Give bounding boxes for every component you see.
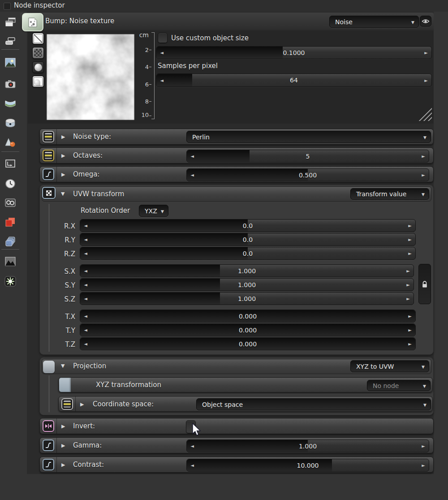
value-bar-icon[interactable] — [43, 131, 54, 142]
sz-slider[interactable]: ◄ 1.000 ► — [80, 292, 414, 305]
slider-inc-arrow[interactable]: ► — [418, 150, 429, 162]
tree-connector — [49, 204, 49, 352]
expander-triangle[interactable]: ▶ — [61, 423, 65, 429]
rz-slider[interactable]: ◄ 0.0 ► — [80, 247, 416, 260]
omega-slider[interactable]: ◄ 0.500 ► — [186, 168, 429, 181]
projection-mode-dropdown[interactable]: XYZ to UVW ▼ — [350, 360, 429, 372]
node-type-dropdown[interactable]: Noise ▼ — [329, 16, 419, 28]
xyz-node-tab[interactable] — [59, 378, 71, 392]
sy-value: 1.000 — [80, 281, 414, 289]
rotation-order-dropdown[interactable]: YXZ ▼ — [139, 205, 168, 217]
uvw-transform-icon[interactable] — [42, 187, 56, 199]
titlebar[interactable]: Node inspector — [0, 0, 448, 12]
red-cube-icon[interactable] — [3, 216, 17, 228]
slider-inc-arrow[interactable]: ► — [405, 324, 415, 336]
ty-slider[interactable]: ◄ 0.000 ► — [80, 323, 416, 336]
layer-stack-icon[interactable] — [3, 235, 17, 248]
geometry-icon[interactable] — [3, 136, 17, 149]
procedural-gears-icon[interactable] — [3, 197, 17, 209]
slider-inc-arrow[interactable]: ► — [403, 265, 414, 277]
sy-slider[interactable]: ◄ 1.000 ► — [80, 278, 414, 291]
expander-triangle[interactable]: ▶ — [61, 462, 65, 468]
expander-triangle[interactable]: ▶ — [61, 172, 65, 177]
gamma-label: Gamma: — [73, 441, 102, 449]
scale-lock-button[interactable] — [418, 264, 431, 304]
ry-slider[interactable]: ◄ 0.0 ► — [80, 233, 416, 246]
sx-slider[interactable]: ◄ 1.000 ► — [80, 264, 414, 277]
rx-slider[interactable]: ◄ 0.0 ► — [80, 219, 416, 232]
cascade-windows-icon[interactable] — [3, 16, 17, 29]
cylinder-texture-icon[interactable] — [3, 117, 17, 129]
slider-inc-arrow[interactable]: ► — [421, 74, 431, 86]
gamma-slider[interactable]: ◄ 1.000 ► — [186, 440, 429, 453]
curve-icon[interactable] — [43, 459, 54, 470]
preview-flat-button[interactable] — [32, 33, 44, 44]
octaves-slider[interactable]: ◄ 5 ► — [186, 150, 429, 163]
contrast-slider[interactable]: ◄ 10.000 ► — [186, 459, 429, 472]
coordinate-space-label: Coordinate space: — [93, 400, 154, 408]
tree-connector — [49, 375, 49, 412]
preview-checker-button[interactable] — [32, 47, 44, 59]
object-size-slider[interactable]: ◄ 0.1000 ► — [156, 46, 432, 59]
tz-slider[interactable]: ◄ 0.000 ► — [80, 337, 416, 350]
noise-type-dropdown[interactable]: Perlin ▼ — [186, 131, 431, 143]
chevron-down-icon: ▼ — [422, 192, 425, 197]
omega-label: Omega: — [73, 170, 99, 178]
camera-icon[interactable] — [3, 78, 17, 91]
expander-triangle[interactable]: ▶ — [80, 401, 84, 407]
node-type-value: Noise — [335, 18, 353, 26]
node-inspector-window: Node inspector — [0, 0, 448, 500]
projection-mode-value: XYZ to UVW — [356, 363, 394, 370]
clock-icon[interactable] — [3, 177, 17, 190]
use-custom-object-size-checkbox[interactable] — [158, 33, 168, 43]
curve-icon[interactable] — [43, 168, 54, 180]
slider-inc-arrow[interactable]: ► — [418, 440, 429, 452]
visibility-eye-button[interactable] — [420, 16, 431, 26]
slider-inc-arrow[interactable]: ► — [405, 233, 415, 246]
texture-node-icon[interactable] — [22, 13, 43, 31]
samples-per-pixel-slider[interactable]: ◄ 64 ► — [156, 73, 432, 87]
ty-label: T.Y — [54, 327, 75, 335]
dark-image-icon[interactable] — [3, 255, 17, 268]
flat-stack-icon[interactable] — [3, 35, 17, 47]
slider-inc-arrow[interactable]: ► — [405, 220, 415, 232]
expander-triangle[interactable]: ▶ — [61, 134, 65, 140]
contrast-label: Contrast: — [73, 461, 104, 469]
slider-inc-arrow[interactable]: ► — [405, 247, 415, 259]
chevron-down-icon: ▼ — [161, 209, 164, 214]
value-bar-icon[interactable] — [61, 398, 73, 410]
slider-inc-arrow[interactable]: ► — [405, 338, 415, 350]
slider-inc-arrow[interactable]: ► — [418, 459, 429, 471]
curve-icon[interactable] — [43, 440, 54, 451]
dimensions-icon[interactable] — [3, 158, 17, 170]
value-bar-icon[interactable] — [43, 150, 54, 161]
expander-triangle[interactable]: ▶ — [61, 153, 65, 159]
slider-inc-arrow[interactable]: ► — [421, 47, 431, 59]
expander-triangle[interactable]: ▶ — [61, 443, 65, 448]
toolbar-divider — [1, 249, 19, 250]
dock-icon[interactable] — [4, 3, 11, 10]
coordinate-space-dropdown[interactable]: Object space ▼ — [196, 398, 431, 410]
slider-inc-arrow[interactable]: ► — [405, 310, 415, 322]
mouse-cursor — [192, 423, 203, 438]
preview-sphere-button[interactable] — [32, 61, 44, 73]
rx-value: 0.0 — [80, 222, 415, 229]
invert-arrows-icon[interactable] — [43, 420, 54, 432]
starburst-icon[interactable] — [3, 275, 17, 288]
slider-inc-arrow[interactable]: ► — [418, 169, 429, 181]
image-icon[interactable] — [3, 56, 17, 69]
transform-mode-dropdown[interactable]: Transform value ▼ — [350, 188, 429, 200]
panorama-strip-icon[interactable] — [3, 98, 17, 110]
ry-value: 0.0 — [80, 236, 415, 243]
collapse-triangle[interactable]: ▼ — [61, 191, 65, 197]
sphere-in-box-icon — [34, 77, 43, 86]
preview-sphere-box-button[interactable] — [32, 76, 44, 87]
xyz-transformation-dropdown[interactable]: No node ▼ — [367, 380, 431, 391]
tx-slider[interactable]: ◄ 0.000 ► — [80, 310, 416, 323]
slider-inc-arrow[interactable]: ► — [403, 293, 414, 305]
gamma-value: 1.000 — [187, 443, 429, 450]
slider-inc-arrow[interactable]: ► — [403, 279, 414, 291]
collapse-triangle[interactable]: ▼ — [61, 363, 65, 369]
projection-toggle-button[interactable] — [43, 361, 55, 373]
gamma-row: ▶ Gamma: ◄ 1.000 ► — [39, 437, 434, 453]
